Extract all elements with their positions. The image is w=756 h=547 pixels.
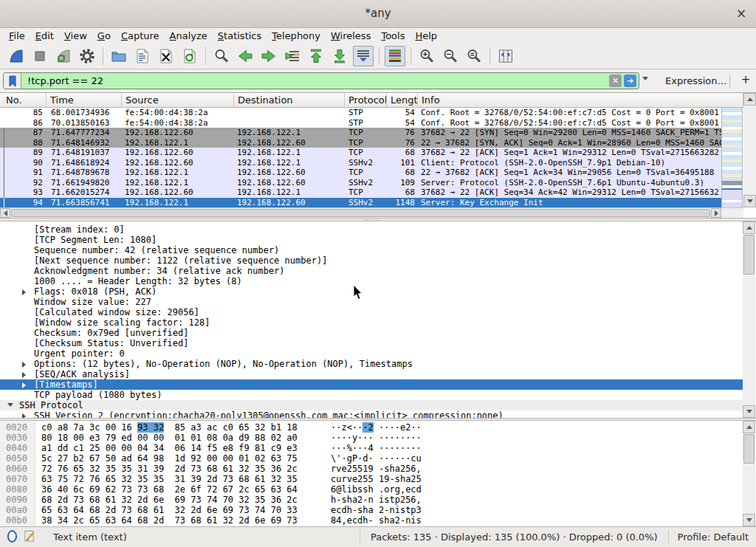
detail-line[interactable]: [Timestamps] [0,379,743,390]
detail-line[interactable]: Flags: 0x018 (PSH, ACK) [0,286,743,297]
packet-row-86[interactable]: 8670.013850163fe:54:00:d4:38:2aSTP54Conf… [0,118,721,128]
auto-scroll-button[interactable] [353,46,374,66]
menu-tools[interactable]: Tools [376,30,410,42]
detail-line[interactable]: Sequence number: 42 (relative sequence n… [0,245,743,255]
restart-capture-button[interactable] [53,46,74,66]
menu-edit[interactable]: Edit [30,30,59,42]
vscroll-thumb[interactable] [743,235,755,275]
zoom-reset-button[interactable] [464,46,484,66]
menu-analyze[interactable]: Analyze [165,30,213,42]
menu-telephony[interactable]: Telephony [267,30,326,42]
colorize-packets-button[interactable] [385,46,405,66]
column-header-destination[interactable]: Destination [234,93,345,108]
vscroll-thumb[interactable] [743,434,755,464]
capture-comment-button[interactable] [24,529,35,545]
filter-apply-button[interactable]: ➜ [624,75,636,87]
display-filter-input[interactable] [21,73,609,89]
menu-wireless[interactable]: Wireless [326,30,376,42]
column-header-protocol[interactable]: Protocol [345,93,387,108]
collapsed-arrow-icon[interactable] [22,362,26,368]
packet-list-minimap-scrollbar[interactable] [721,108,743,207]
scroll-up-button[interactable] [743,93,756,106]
column-header-info[interactable]: Info [418,93,743,108]
details-vscrollbar[interactable] [743,221,755,418]
expert-info-button[interactable] [7,529,18,546]
close-window-button[interactable]: × [734,5,749,21]
filter-bookmark-button[interactable] [4,73,21,89]
hex-row-0040[interactable]: 0040a1 dd c1 25 00 00 04 34 06 14 f5 e8 … [0,443,743,453]
go-first-packet-button[interactable] [306,46,326,66]
scroll-down-button[interactable] [743,195,756,207]
bytes-vscrollbar[interactable] [743,421,755,526]
detail-line[interactable]: [Stream index: 0] [0,224,743,235]
detail-line[interactable]: Acknowledgment number: 34 (relative ack … [0,266,743,276]
detail-line[interactable]: [Checksum Status: Unverified] [0,338,743,348]
scroll-down-button[interactable] [743,514,755,526]
detail-line[interactable]: [TCP Segment Len: 1080] [0,235,743,245]
packet-row-92[interactable]: 9271.661949820192.168.122.1192.168.122.6… [0,178,721,188]
packet-row-87[interactable]: 8771.647777234192.168.122.60192.168.122.… [0,128,721,138]
detail-line[interactable]: SSH Protocol [0,400,743,410]
hex-row-0060[interactable]: 006072 76 65 32 35 35 31 39 2d 73 68 61 … [0,464,743,474]
column-header-no[interactable]: No. [0,93,47,108]
go-back-button[interactable] [235,46,255,66]
profile-status[interactable]: Profile: Default [669,531,756,543]
open-file-button[interactable] [109,46,129,66]
menu-capture[interactable]: Capture [116,30,165,42]
detail-line[interactable]: [Calculated window size: 29056] [0,307,743,317]
close-file-button[interactable] [156,46,176,66]
resize-columns-button[interactable] [495,46,516,66]
detail-line[interactable]: [SEQ/ACK analysis] [0,369,743,379]
detail-line[interactable]: Urgent pointer: 0 [0,348,743,359]
hex-row-0090[interactable]: 009068 2d 73 68 61 32 2d 6e 69 73 74 70 … [0,495,743,505]
collapsed-arrow-icon[interactable] [22,382,26,388]
menu-go[interactable]: Go [92,30,116,42]
hscroll-thumb[interactable] [11,209,710,217]
capture-options-button[interactable] [77,46,97,66]
packet-row-88[interactable]: 8871.648146932192.168.122.1192.168.122.6… [0,138,721,148]
menu-statistics[interactable]: Statistics [213,30,267,42]
hex-row-00a0[interactable]: 00a065 63 64 68 2d 73 68 61 32 2d 6e 69 … [0,505,743,515]
save-file-button[interactable] [132,46,153,66]
go-last-packet-button[interactable] [329,46,350,66]
scroll-left-button[interactable] [0,208,10,218]
detail-line[interactable]: Options: (12 bytes), No-Operation (NOP),… [0,359,743,369]
go-to-packet-button[interactable] [282,46,303,66]
collapsed-arrow-icon[interactable] [22,372,26,378]
detail-line[interactable]: Window size value: 227 [0,297,743,307]
hex-row-0080[interactable]: 008036 40 6c 69 62 73 73 68 2e 6f 72 67 … [0,484,743,495]
reload-file-button[interactable] [179,46,200,66]
hex-row-0070[interactable]: 007063 75 72 76 65 32 35 35 31 39 2d 73 … [0,474,743,484]
stop-capture-button[interactable] [30,46,50,66]
add-filter-button[interactable]: + [739,73,752,88]
packet-row-94[interactable]: 9471.663856741192.168.122.1192.168.122.6… [0,198,721,208]
hex-row-00b0[interactable]: 00b038 34 2c 65 63 64 68 2d 73 68 61 32 … [0,515,743,526]
packet-row-89[interactable]: 8971.648191037192.168.122.60192.168.122.… [0,148,721,158]
packet-list-vscrollbar[interactable] [743,93,756,207]
packet-row-85[interactable]: 8568.001734936fe:54:00:d4:38:2aSTP54Conf… [0,108,721,118]
menu-view[interactable]: View [59,30,92,42]
expression-button[interactable]: Expression… [665,75,727,86]
detail-line[interactable]: Checksum: 0x79ed [unverified] [0,328,743,338]
zoom-out-button[interactable] [440,46,461,66]
packet-row-91[interactable]: 9171.648789678192.168.122.1192.168.122.6… [0,168,721,178]
packet-row-93[interactable]: 9371.662015274192.168.122.60192.168.122.… [0,188,721,198]
detail-line[interactable]: TCP payload (1080 bytes) [0,390,743,400]
go-forward-button[interactable] [258,46,279,66]
column-header-length[interactable]: Length [387,93,418,108]
display-filter-field[interactable]: ✕ ➜ [3,72,639,89]
filter-clear-button[interactable]: ✕ [609,75,622,87]
find-packet-button[interactable] [211,46,232,66]
collapsed-arrow-icon[interactable] [22,289,26,295]
zoom-in-button[interactable] [416,46,437,66]
expanded-arrow-icon[interactable] [7,403,13,407]
packet-row-90[interactable]: 9071.648618924192.168.122.60192.168.122.… [0,158,721,168]
filter-history-dropdown-icon[interactable] [642,77,648,80]
scroll-up-button[interactable] [743,421,755,433]
detail-line[interactable]: [Next sequence number: 1122 (relative se… [0,255,743,266]
hex-row-0020[interactable]: 0020c0 a8 7a 3c 00 16 93 32 85 a3 ac c0 … [0,422,743,433]
hex-row-0030[interactable]: 003080 18 00 e3 79 ed 00 00 01 01 08 0a … [0,433,743,443]
scroll-right-button[interactable] [711,208,721,218]
hex-row-0050[interactable]: 00505c 27 b2 67 50 ad 64 98 1d 92 00 00 … [0,453,743,464]
column-header-source[interactable]: Source [122,93,234,108]
